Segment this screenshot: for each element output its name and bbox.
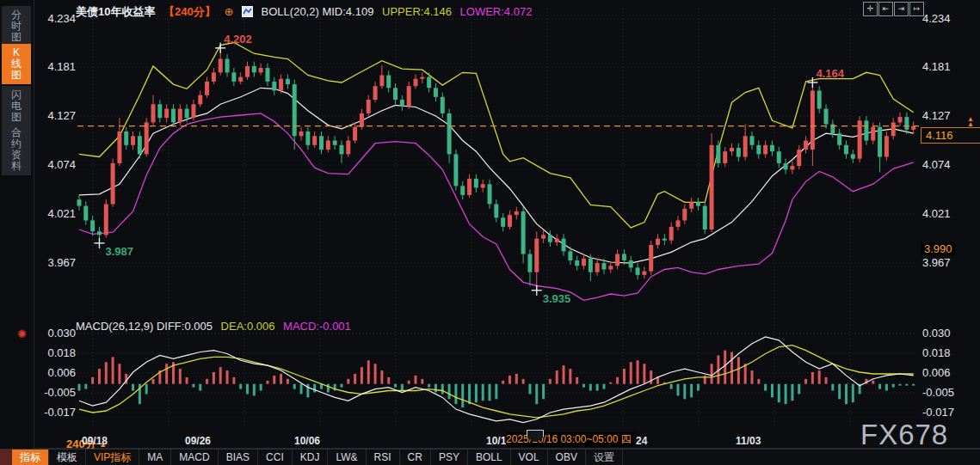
toolbar-item-RSI[interactable]: RSI <box>367 450 400 465</box>
crosshair-tool-icon[interactable]: ✛ <box>863 2 878 16</box>
axis-tick-label: 4.234 <box>36 12 76 25</box>
watermark: FX678 <box>860 419 948 451</box>
scroll-left-icon[interactable]: ⇤ <box>878 2 893 16</box>
x-axis-date-label: 10/1 <box>486 435 506 447</box>
price-up-arrows: ▲▲ <box>967 117 974 127</box>
chart-type-icon[interactable] <box>242 6 253 20</box>
price-annotation-3.987: 3.987 <box>105 245 133 258</box>
axis-tick-label: 0.030 <box>36 327 76 340</box>
toolbar-item-模板[interactable]: 模板 <box>49 450 86 465</box>
toolbar-item-BOLL[interactable]: BOLL <box>468 450 511 465</box>
chart-app: 分时图K线图闪电图合约资料 美债10年收益率 【240分】 ⊕ BOLL(20,… <box>0 0 980 465</box>
boll-lower-readout: LOWER:4.072 <box>460 5 533 18</box>
sidebar-tab-K线图[interactable]: K线图 <box>2 44 31 84</box>
toolbar-item-BIAS[interactable]: BIAS <box>219 450 258 465</box>
x-axis-date-label: 09/26 <box>185 435 211 447</box>
toolbar-corner-block <box>0 450 12 465</box>
toolbar-item-LW&[interactable]: LW& <box>328 450 366 465</box>
x-axis-date-label: 11/03 <box>736 435 761 447</box>
x-axis-date-label: 10/06 <box>294 435 320 447</box>
current-price-label: 4.116 <box>921 127 980 144</box>
chart-header: 美债10年收益率 【240分】 ⊕ BOLL(20,2) MID:4.109 U… <box>76 4 537 20</box>
toolbar-item-VOL[interactable]: VOL <box>511 450 548 465</box>
sidebar-divider <box>34 0 34 449</box>
axis-tick-label: 4.074 <box>36 158 76 171</box>
sidebar-tab-闪电图[interactable]: 闪电图 <box>2 86 31 126</box>
axis-tick-label: -0.017 <box>36 406 76 419</box>
toolbar-item-KDJ[interactable]: KDJ <box>293 450 329 465</box>
x-axis-date-label: 09/18 <box>82 435 108 447</box>
axis-tick-label: 0.018 <box>922 346 974 359</box>
axis-tick-label: 0.018 <box>36 346 76 359</box>
macd-header: MACD(26,12,9) DIFF:0.005 DEA:0.006 MACD:… <box>76 320 356 333</box>
axis-tick-label: 4.127 <box>922 109 974 122</box>
x-axis-date-label: 24 <box>636 435 647 447</box>
price-annotation-4.202: 4.202 <box>224 33 252 46</box>
sidebar-tab-合约资料[interactable]: 合约资料 <box>2 124 31 175</box>
axis-tick-label: 3.967 <box>36 256 76 269</box>
axis-tick-label: 0.030 <box>922 327 974 340</box>
macd-readout: MACD(26,12,9) DIFF:0.005 <box>76 320 213 333</box>
bottom-toolbar: 指标模板VIP指标MAMACDBIASCCIKDJLW&RSICRPSYBOLL… <box>0 449 980 465</box>
axis-tick-label: 4.074 <box>922 158 974 171</box>
toolbar-item-CR[interactable]: CR <box>400 450 431 465</box>
instrument-title: 美债10年收益率 <box>76 5 155 18</box>
indicator-settings-icon[interactable]: ✺ <box>17 327 27 340</box>
axis-tick-label: 3.967 <box>922 256 974 269</box>
toolbar-item-PSY[interactable]: PSY <box>431 450 468 465</box>
scroll-right-icon[interactable]: ⇥ <box>894 2 909 16</box>
toolbar-item-CCI[interactable]: CCI <box>258 450 293 465</box>
toolbar-item-MACD[interactable]: MACD <box>171 450 218 465</box>
sidebar-tab-分时图[interactable]: 分时图 <box>2 6 31 46</box>
axis-tick-label: 4.127 <box>36 109 76 122</box>
axis-tick-label: 4.021 <box>922 207 974 220</box>
macd-dea-readout: DEA:0.006 <box>221 320 275 333</box>
axis-tick-label: -0.005 <box>36 386 76 399</box>
toolbar-item-OBV[interactable]: OBV <box>548 450 586 465</box>
toolbar-item-设置[interactable]: 设置 <box>586 450 623 465</box>
toolbar-item-指标[interactable]: 指标 <box>12 450 49 465</box>
axis-tick-label: 4.181 <box>922 60 974 73</box>
axis-tick-label: 4.021 <box>36 207 76 220</box>
price-annotation-4.164: 4.164 <box>816 67 844 80</box>
boll-upper-readout: UPPER:4.146 <box>382 5 452 18</box>
macd-macd-readout: MACD:-0.001 <box>283 320 351 333</box>
add-indicator-icon[interactable]: ⊕ <box>224 5 233 18</box>
axis-tick-label: 4.234 <box>922 12 974 25</box>
toolbar-item-MA[interactable]: MA <box>139 450 171 465</box>
axis-tick-label: -0.005 <box>922 386 974 399</box>
price-annotation-3.935: 3.935 <box>543 292 571 305</box>
axis-tick-label: 0.006 <box>36 366 76 379</box>
sidebar: 分时图K线图闪电图合约资料 <box>0 0 33 449</box>
prev-close-label: 3.990 <box>921 242 955 255</box>
crosshair-time-tooltip: 2025/10/16 03:00~05:00 四 <box>506 432 635 447</box>
period-badge[interactable]: 【240分】 <box>163 5 216 18</box>
axis-tick-label: 0.006 <box>922 366 974 379</box>
boll-readout: BOLL(20,2) MID:4.109 <box>262 5 374 18</box>
axis-tick-label: 4.181 <box>36 60 76 73</box>
toolbar-item-VIP指标[interactable]: VIP指标 <box>86 450 139 465</box>
axis-tick-label: -0.017 <box>922 406 974 419</box>
